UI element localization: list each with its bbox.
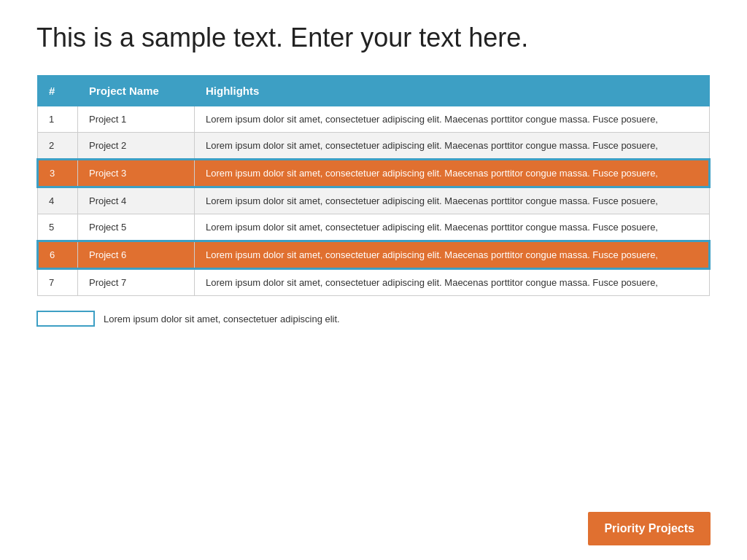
row-project-name: Project 3 — [78, 160, 195, 187]
legend-text: Lorem ipsum dolor sit amet, consectetuer… — [104, 314, 340, 324]
page-container: This is a sample text. Enter your text h… — [0, 0, 747, 560]
row-num: 3 — [38, 160, 78, 187]
row-highlights: Lorem ipsum dolor sit amet, consectetuer… — [195, 133, 710, 160]
row-num: 4 — [38, 187, 78, 214]
table-row: 6Project 6Lorem ipsum dolor sit amet, co… — [38, 241, 710, 269]
projects-table: # Project Name Highlights 1Project 1Lore… — [36, 75, 711, 296]
col-header-highlights: Highlights — [195, 76, 710, 106]
row-project-name: Project 5 — [78, 214, 195, 241]
legend-box — [36, 311, 95, 327]
row-highlights: Lorem ipsum dolor sit amet, consectetuer… — [195, 269, 710, 296]
table-row: 5Project 5Lorem ipsum dolor sit amet, co… — [38, 214, 710, 241]
row-project-name: Project 6 — [78, 241, 195, 269]
row-project-name: Project 1 — [78, 106, 195, 133]
row-project-name: Project 2 — [78, 133, 195, 160]
row-num: 5 — [38, 214, 78, 241]
table-row: 7Project 7Lorem ipsum dolor sit amet, co… — [38, 269, 710, 296]
row-highlights: Lorem ipsum dolor sit amet, consectetuer… — [195, 187, 710, 214]
row-highlights: Lorem ipsum dolor sit amet, consectetuer… — [195, 214, 710, 241]
page-title: This is a sample text. Enter your text h… — [36, 22, 711, 53]
col-header-num: # — [38, 76, 78, 106]
row-project-name: Project 7 — [78, 269, 195, 296]
priority-projects-button[interactable]: Priority Projects — [588, 512, 711, 545]
table-row: 4Project 4Lorem ipsum dolor sit amet, co… — [38, 187, 710, 214]
row-num: 6 — [38, 241, 78, 269]
legend-area: Lorem ipsum dolor sit amet, consectetuer… — [36, 311, 711, 327]
row-highlights: Lorem ipsum dolor sit amet, consectetuer… — [195, 106, 710, 133]
table-row: 1Project 1Lorem ipsum dolor sit amet, co… — [38, 106, 710, 133]
row-project-name: Project 4 — [78, 187, 195, 214]
row-highlights: Lorem ipsum dolor sit amet, consectetuer… — [195, 241, 710, 269]
table-header-row: # Project Name Highlights — [38, 76, 710, 106]
row-highlights: Lorem ipsum dolor sit amet, consectetuer… — [195, 160, 710, 187]
row-num: 1 — [38, 106, 78, 133]
table-row: 3Project 3Lorem ipsum dolor sit amet, co… — [38, 160, 710, 187]
table-row: 2Project 2Lorem ipsum dolor sit amet, co… — [38, 133, 710, 160]
row-num: 2 — [38, 133, 78, 160]
col-header-project: Project Name — [78, 76, 195, 106]
row-num: 7 — [38, 269, 78, 296]
